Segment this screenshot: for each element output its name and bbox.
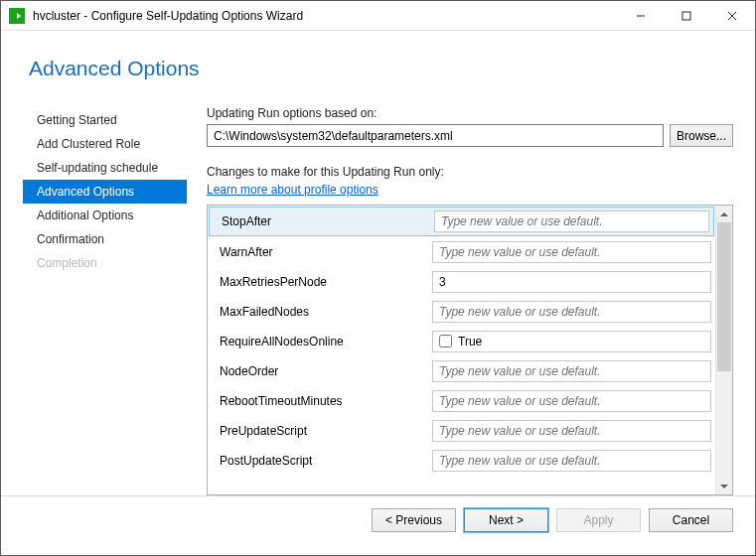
param-value-cell	[432, 450, 715, 472]
param-row-reboottimeoutminutes[interactable]: RebootTimeoutMinutes	[208, 386, 715, 416]
param-name: RequireAllNodesOnline	[208, 335, 432, 348]
checkbox-input[interactable]	[439, 335, 452, 348]
param-row-requireallnodesonline[interactable]: RequireAllNodesOnlineTrue	[208, 327, 715, 356]
param-row-postupdatescript[interactable]: PostUpdateScript	[208, 446, 715, 476]
param-row-warnafter[interactable]: WarnAfter	[208, 237, 715, 267]
param-row-preupdatescript[interactable]: PreUpdateScript	[208, 416, 715, 446]
previous-button[interactable]: < Previous	[372, 508, 456, 532]
param-row-maxfailednodes[interactable]: MaxFailedNodes	[208, 297, 715, 327]
wizard-steps-sidebar: Getting StartedAdd Clustered RoleSelf-up…	[23, 98, 187, 495]
param-input[interactable]	[432, 241, 711, 263]
param-value-cell	[432, 420, 715, 442]
param-name: PreUpdateScript	[208, 424, 432, 438]
changes-label: Changes to make for this Updating Run on…	[207, 165, 733, 179]
param-value-cell	[432, 390, 715, 412]
page-heading: Advanced Options	[1, 31, 755, 98]
main-area: Getting StartedAdd Clustered RoleSelf-up…	[1, 98, 755, 495]
maximize-button[interactable]	[664, 1, 709, 30]
param-value-cell	[432, 241, 715, 263]
minimize-button[interactable]	[618, 1, 664, 30]
sidebar-item-add-clustered-role[interactable]: Add Clustered Role	[23, 132, 187, 156]
browse-button[interactable]: Browse...	[670, 124, 733, 147]
param-value-cell	[432, 271, 715, 293]
param-input[interactable]	[432, 450, 711, 472]
content-pane: Updating Run options based on: Browse...…	[187, 98, 733, 495]
scroll-up-icon[interactable]	[716, 206, 732, 222]
app-icon	[9, 8, 25, 24]
param-row-stopafter[interactable]: StopAfter	[209, 207, 714, 236]
close-button[interactable]	[709, 1, 755, 30]
param-name: NodeOrder	[208, 364, 432, 378]
param-name: MaxRetriesPerNode	[208, 275, 432, 289]
param-input[interactable]	[432, 301, 711, 323]
param-input[interactable]	[432, 360, 711, 382]
profile-path-input[interactable]	[207, 124, 664, 147]
param-name: RebootTimeoutMinutes	[208, 394, 432, 408]
param-name: WarnAfter	[208, 245, 432, 259]
param-input[interactable]	[432, 271, 711, 293]
scrollbar[interactable]	[715, 206, 732, 494]
param-name: PostUpdateScript	[208, 454, 432, 468]
svg-rect-1	[682, 12, 690, 20]
parameters-grid: StopAfterWarnAfterMaxRetriesPerNodeMaxFa…	[207, 205, 733, 495]
param-input[interactable]	[434, 210, 709, 232]
param-name: MaxFailedNodes	[208, 305, 432, 319]
param-value-cell: True	[432, 331, 715, 352]
param-row-nodeorder[interactable]: NodeOrder	[208, 356, 715, 386]
window-controls	[618, 1, 755, 30]
cancel-button[interactable]: Cancel	[649, 508, 733, 532]
param-name: StopAfter	[210, 214, 434, 228]
window-title: hvcluster - Configure Self-Updating Opti…	[33, 9, 618, 23]
param-row-maxretriespernode[interactable]: MaxRetriesPerNode	[208, 267, 715, 297]
param-input[interactable]	[432, 420, 711, 442]
checkbox-label: True	[458, 335, 482, 348]
param-value-cell	[432, 360, 715, 382]
sidebar-item-additional-options[interactable]: Additional Options	[23, 204, 187, 227]
titlebar: hvcluster - Configure Self-Updating Opti…	[1, 1, 755, 31]
param-value-cell	[434, 210, 713, 232]
sidebar-item-self-updating-schedule[interactable]: Self-updating schedule	[23, 156, 187, 180]
page-title: Advanced Options	[29, 57, 755, 80]
param-checkbox[interactable]: True	[432, 331, 711, 352]
based-on-label: Updating Run options based on:	[207, 106, 733, 120]
next-button[interactable]: Next >	[464, 508, 548, 532]
param-value-cell	[432, 301, 715, 323]
footer: < Previous Next > Apply Cancel	[1, 495, 755, 543]
sidebar-item-completion: Completion	[23, 251, 187, 275]
profile-path-row: Browse...	[207, 124, 733, 147]
param-input[interactable]	[432, 390, 711, 412]
scroll-down-icon[interactable]	[716, 478, 732, 494]
sidebar-item-confirmation[interactable]: Confirmation	[23, 227, 187, 251]
sidebar-item-getting-started[interactable]: Getting Started	[23, 108, 187, 132]
learn-more-link[interactable]: Learn more about profile options	[207, 183, 733, 197]
sidebar-item-advanced-options[interactable]: Advanced Options	[23, 180, 187, 204]
scroll-thumb[interactable]	[717, 222, 731, 371]
apply-button[interactable]: Apply	[556, 508, 641, 532]
